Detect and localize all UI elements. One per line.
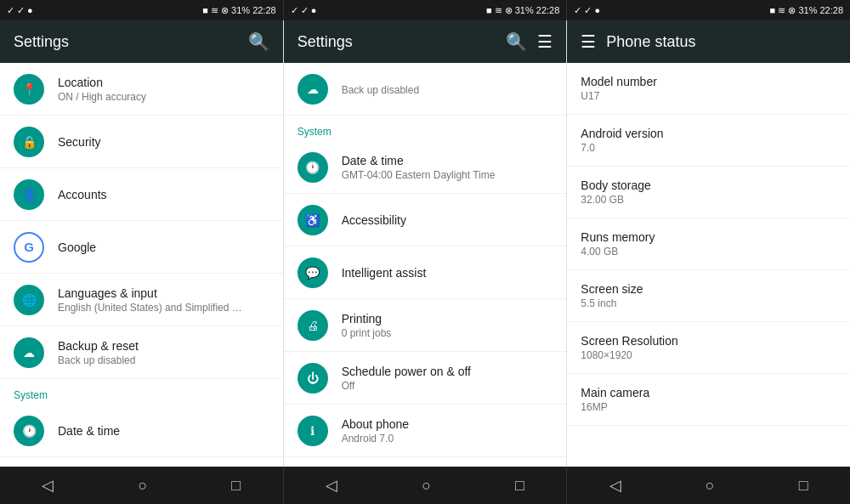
status-bar-middle: ✓ ✓ ● ■ ≋ ⊗ 31% 22:28 — [284, 0, 568, 20]
settings-item-about-phone[interactable]: ℹ About phone Android 7.0 — [284, 405, 567, 457]
settings-item-accounts[interactable]: 👤 Accounts — [0, 168, 283, 221]
left-search-icon[interactable]: 🔍 — [248, 31, 269, 52]
status-bar-left: ✓ ✓ ● ■ ≋ ⊗ 31% 22:28 — [0, 0, 284, 20]
right-panel-title: Phone status — [606, 33, 836, 51]
status-time-left: ■ ≋ ⊗ 31% 22:28 — [202, 5, 275, 16]
settings-text-accounts: Accounts — [58, 188, 269, 201]
nav-recent-left[interactable]: □ — [224, 470, 247, 501]
status-item-android: Android version 7.0 — [567, 115, 850, 167]
middle-settings-list: ☁ Back up disabled System 🕐 Date & time … — [284, 63, 567, 467]
schedule-power-icon: ⏻ — [298, 363, 328, 394]
android-label: Android version — [581, 127, 836, 140]
nav-middle: ◁ ○ □ — [284, 467, 568, 504]
settings-item-intelligent-assist[interactable]: 💬 Intelligent assist — [284, 246, 567, 299]
android-value: 7.0 — [581, 142, 836, 154]
accessibility-icon: ♿ — [298, 205, 328, 235]
middle-menu-icon[interactable]: ☰ — [537, 31, 552, 52]
left-system-section: System — [0, 379, 283, 405]
status-item-body-storage: Body storage 32.00 GB — [567, 167, 850, 218]
languages-label: Languages & input — [58, 286, 269, 300]
nav-home-right[interactable]: ○ — [699, 470, 722, 501]
panels-container: Settings 🔍 📍 Location ON / High accuracy… — [0, 20, 850, 467]
settings-item-languages[interactable]: 🌐 Languages & input English (United Stat… — [0, 274, 283, 326]
main-camera-value: 16MP — [581, 401, 836, 413]
backup-icon: ☁ — [14, 337, 44, 368]
intelligent-assist-icon: 💬 — [298, 258, 328, 288]
status-item-runs-memory: Runs memory 4.00 GB — [567, 218, 850, 270]
datetime-partial-icon: 🕐 — [14, 416, 44, 446]
settings-text-security: Security — [58, 135, 269, 149]
settings-text-datetime-partial: Date & time — [58, 424, 269, 438]
status-item-screen-size: Screen size 5.5 inch — [567, 270, 850, 322]
status-icons-middle: ✓ ✓ ● — [291, 5, 317, 16]
settings-text-backup: Backup & reset Back up disabled — [58, 339, 269, 366]
location-sublabel: ON / High accuracy — [58, 91, 269, 103]
settings-text-about: About phone Android 7.0 — [342, 417, 553, 445]
middle-panel-header: Settings 🔍 ☰ — [284, 20, 567, 63]
model-label: Model number — [581, 75, 836, 88]
status-time-middle: ■ ≋ ⊗ 31% 22:28 — [486, 5, 559, 16]
schedule-power-label: Schedule power on & off — [342, 365, 553, 378]
nav-back-left[interactable]: ◁ — [35, 469, 60, 501]
about-phone-icon: ℹ — [298, 416, 328, 446]
status-bar: ✓ ✓ ● ■ ≋ ⊗ 31% 22:28 ✓ ✓ ● ■ ≋ ⊗ 31% 22… — [0, 0, 850, 20]
middle-backup-sublabel: Back up disabled — [342, 84, 553, 96]
settings-text-google: Google — [58, 241, 269, 254]
languages-sublabel: English (United States) and Simplified C… — [58, 302, 245, 314]
middle-panel: Settings 🔍 ☰ ☁ Back up disabled System 🕐… — [284, 20, 568, 467]
left-settings-list: 📍 Location ON / High accuracy 🔒 Security… — [0, 63, 283, 467]
security-label: Security — [58, 135, 269, 149]
google-icon: G — [14, 232, 44, 263]
status-item-main-camera: Main camera 16MP — [567, 374, 850, 426]
settings-item-backup[interactable]: ☁ Backup & reset Back up disabled — [0, 326, 283, 379]
languages-icon: 🌐 — [14, 285, 44, 315]
runs-memory-value: 4.00 GB — [581, 246, 836, 258]
right-panel-header: ☰ Phone status — [567, 20, 850, 63]
accounts-icon: 👤 — [14, 179, 44, 210]
nav-home-left[interactable]: ○ — [131, 470, 154, 501]
left-panel: Settings 🔍 📍 Location ON / High accuracy… — [0, 20, 284, 467]
nav-recent-right[interactable]: □ — [792, 470, 815, 501]
settings-item-google[interactable]: G Google — [0, 221, 283, 274]
location-label: Location — [58, 76, 269, 89]
settings-item-location[interactable]: 📍 Location ON / High accuracy — [0, 63, 283, 116]
settings-item-schedule-power[interactable]: ⏻ Schedule power on & off Off — [284, 352, 567, 405]
left-panel-title: Settings — [14, 33, 238, 51]
right-menu-icon[interactable]: ☰ — [581, 31, 596, 52]
screen-size-label: Screen size — [581, 282, 836, 296]
printing-sublabel: 0 print jobs — [342, 327, 553, 339]
bottom-nav: ◁ ○ □ ◁ ○ □ ◁ ○ □ — [0, 467, 850, 504]
settings-text-intelligent: Intelligent assist — [342, 266, 553, 280]
settings-item-datetime[interactable]: 🕐 Date & time GMT-04:00 Eastern Daylight… — [284, 141, 567, 194]
middle-top-item[interactable]: ☁ Back up disabled — [284, 63, 567, 116]
security-icon: 🔒 — [14, 127, 44, 157]
schedule-power-sublabel: Off — [342, 380, 553, 392]
google-label: Google — [58, 241, 269, 254]
body-storage-value: 32.00 GB — [581, 194, 836, 206]
intelligent-assist-label: Intelligent assist — [342, 266, 553, 280]
status-icons-left: ✓ ✓ ● — [7, 5, 33, 16]
middle-backup-icon: ☁ — [298, 74, 328, 105]
settings-item-datetime-partial[interactable]: 🕐 Date & time — [0, 405, 283, 457]
accessibility-label: Accessibility — [342, 213, 553, 227]
nav-back-middle[interactable]: ◁ — [319, 469, 344, 501]
middle-top-text: Back up disabled — [342, 82, 553, 96]
settings-item-security[interactable]: 🔒 Security — [0, 116, 283, 168]
settings-item-printing[interactable]: 🖨 Printing 0 print jobs — [284, 299, 567, 352]
nav-left: ◁ ○ □ — [0, 467, 284, 504]
right-panel: ☰ Phone status Model number U17 Android … — [567, 20, 850, 467]
middle-search-icon[interactable]: 🔍 — [506, 31, 527, 52]
backup-sublabel: Back up disabled — [58, 354, 269, 366]
left-panel-header: Settings 🔍 — [0, 20, 283, 63]
nav-back-right[interactable]: ◁ — [603, 469, 628, 501]
nav-home-middle[interactable]: ○ — [415, 470, 438, 501]
runs-memory-label: Runs memory — [581, 230, 836, 244]
screen-size-value: 5.5 inch — [581, 297, 836, 309]
middle-system-section: System — [284, 116, 567, 141]
printing-label: Printing — [342, 312, 553, 326]
datetime-partial-label: Date & time — [58, 424, 269, 438]
datetime-sublabel: GMT-04:00 Eastern Daylight Time — [342, 169, 553, 181]
settings-text-languages: Languages & input English (United States… — [58, 286, 269, 314]
settings-item-accessibility[interactable]: ♿ Accessibility — [284, 194, 567, 246]
nav-recent-middle[interactable]: □ — [508, 470, 531, 501]
